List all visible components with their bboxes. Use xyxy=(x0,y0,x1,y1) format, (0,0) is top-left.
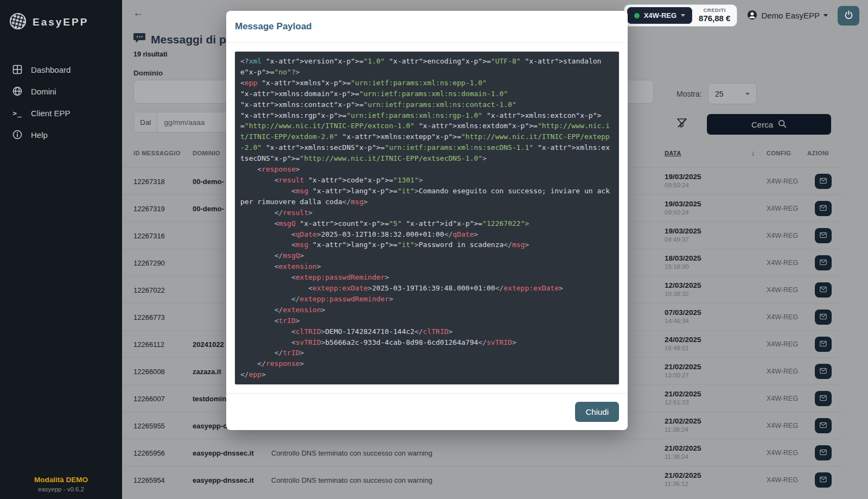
sidebar-item-client-epp[interactable]: >_ Client EPP xyxy=(0,102,122,124)
header-account-cluster: X4W-REG CREDITI 876,88 € Demo EasyEPP xyxy=(624,4,859,27)
credits-block: CREDITI 876,88 € xyxy=(699,8,730,23)
registry-credits-pill: X4W-REG CREDITI 876,88 € xyxy=(624,4,738,27)
xml-code: <?xml "x-attr">version"x-p">="1.0" "x-at… xyxy=(235,52,619,384)
sidebar-item-domini[interactable]: Domini xyxy=(0,80,122,102)
chevron-down-icon xyxy=(824,14,828,17)
sidebar-item-dashboard[interactable]: Dashboard xyxy=(0,59,122,80)
registry-selector[interactable]: X4W-REG xyxy=(627,7,692,24)
app-version: easyepp - v0.6.2 xyxy=(0,486,122,492)
dashboard-icon xyxy=(12,65,23,74)
close-modal-button[interactable]: Chiudi xyxy=(575,402,619,422)
app: EasyEPP Dashboard Domini xyxy=(0,0,868,499)
status-dot-icon xyxy=(634,13,640,18)
modal-body: <?xml "x-attr">version"x-p">="1.0" "x-at… xyxy=(226,43,628,393)
logout-button[interactable] xyxy=(838,6,859,26)
brand-name: EasyEPP xyxy=(33,16,88,28)
help-icon xyxy=(12,130,23,140)
globe-icon xyxy=(12,86,23,96)
demo-mode-label: Modalità DEMO xyxy=(0,476,122,484)
brand[interactable]: EasyEPP xyxy=(0,0,122,33)
account-label: Demo EasyEPP xyxy=(761,11,820,20)
sidebar-item-label: Help xyxy=(31,130,48,140)
terminal-icon: >_ xyxy=(12,109,23,117)
credits-value: 876,88 € xyxy=(699,14,730,23)
account-menu[interactable]: Demo EasyEPP xyxy=(747,10,828,22)
user-icon xyxy=(747,10,757,22)
modal-header: Message Payload xyxy=(226,11,628,43)
power-icon xyxy=(844,10,853,21)
modal-title: Message Payload xyxy=(235,21,312,31)
sidebar-item-label: Dashboard xyxy=(31,65,71,74)
credits-label: CREDITI xyxy=(699,8,730,14)
sidebar-footer: Modalità DEMO easyepp - v0.6.2 xyxy=(0,476,122,492)
easyepp-logo-icon xyxy=(9,12,27,33)
sidebar-item-label: Client EPP xyxy=(31,109,71,118)
sidebar-nav: Dashboard Domini >_ Client EPP xyxy=(0,59,122,146)
message-payload-modal: Message Payload <?xml "x-attr">version"x… xyxy=(226,11,628,430)
sidebar: EasyEPP Dashboard Domini xyxy=(0,0,122,499)
chevron-down-icon xyxy=(681,14,685,17)
sidebar-item-label: Domini xyxy=(31,87,56,96)
modal-footer: Chiudi xyxy=(226,393,628,430)
sidebar-item-help[interactable]: Help xyxy=(0,124,122,146)
registry-label: X4W-REG xyxy=(644,11,676,20)
